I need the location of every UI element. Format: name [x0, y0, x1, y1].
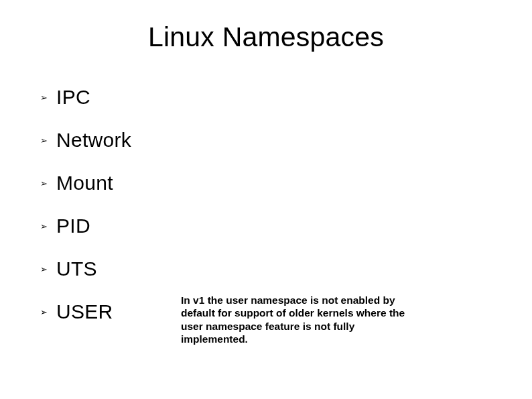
bullet-icon: ➢ [40, 129, 56, 152]
bullet-icon: ➢ [40, 86, 56, 109]
list-item-label: Network [56, 129, 131, 152]
list-item-label: PID [56, 215, 90, 237]
list-item-label: UTS [56, 258, 97, 280]
list-item: ➢ UTS [40, 258, 255, 280]
slide-title: Linux Namespaces [0, 21, 532, 53]
list-item: ➢ PID [40, 215, 255, 237]
list-item-label: USER [56, 300, 113, 323]
slide: Linux Namespaces ➢ IPC ➢ Network ➢ Mount… [0, 0, 532, 399]
list-item: ➢ Mount [40, 172, 255, 194]
list-item-label: IPC [56, 86, 90, 109]
list-item: ➢ IPC [40, 86, 255, 109]
bullet-icon: ➢ [40, 172, 56, 194]
bullet-icon: ➢ [40, 300, 56, 323]
list-item: ➢ Network [40, 129, 255, 152]
list-item-label: Mount [56, 172, 113, 194]
bullet-icon: ➢ [40, 258, 56, 280]
user-namespace-note: In v1 the user namespace is not enabled … [181, 294, 422, 346]
bullet-icon: ➢ [40, 215, 56, 237]
